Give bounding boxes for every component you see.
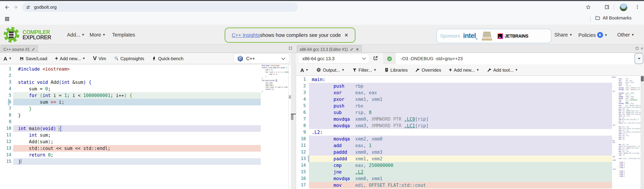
asm-minimap[interactable]: main: push rbp xor eax, eax pxor xmm1, x… (612, 76, 640, 189)
source-line-5[interactable]: 5 for (int i = 1; i < 1000000001; i++) { (0, 92, 262, 99)
source-line-4[interactable]: 4 sum = 0; (0, 86, 262, 92)
libraries-button[interactable]: Libraries (384, 67, 408, 73)
source-minimap[interactable]: #include <iostream>static void Add(int &… (262, 65, 288, 189)
asm-line-13[interactable]: 13 paddd xmm1, xmm2 (296, 155, 612, 162)
asm-line-4[interactable]: 4 pxor xmm1, xmm1 (296, 96, 612, 103)
compiler-select[interactable]: x86-64 gcc 13.3 (298, 54, 370, 64)
source-line-6[interactable]: 6 sum += i; (0, 99, 262, 105)
add-new-button[interactable]: +Add new...▼ (55, 55, 86, 62)
intel-logo[interactable]: intel® (463, 32, 477, 40)
pane-splitter[interactable] (291, 53, 296, 189)
panes-tab-row: C++ source #1 x86-64 gcc 13.3 (Editor #1… (0, 45, 644, 53)
overrides-button[interactable]: Overrides (416, 67, 441, 73)
asm-line-17[interactable]: 17 mov edi, OFFSET FLAT:std::cout (296, 182, 612, 188)
output-button[interactable]: Output...▼ (316, 67, 345, 73)
cppinsights-button[interactable]: CppInsights (114, 56, 144, 61)
asm-line-16[interactable]: 16 movdqa xmm0, xmm1 (296, 175, 612, 182)
all-bookmarks-button[interactable]: All Bookmarks (595, 15, 632, 21)
source-editor[interactable]: 1#include <iostream>23static void Add(in… (0, 64, 262, 189)
font-size-button[interactable]: A▼ (4, 56, 12, 61)
source-line-15[interactable]: 15} (0, 158, 262, 165)
asm-line-8[interactable]: 8 movdqa xmm3, XMMWORD PTR .LC1[rip] (296, 122, 612, 129)
compiler-explorer-logo[interactable]: COMPILER EXPLORER (3, 26, 53, 44)
line-number: 8 (0, 112, 13, 119)
source-line-8[interactable]: 8} (0, 112, 262, 119)
editor-scrollbar-thumb[interactable] (289, 95, 291, 99)
source-line-14[interactable]: 14 return 0; (0, 152, 262, 158)
avatar[interactable] (620, 4, 627, 11)
asm-scrollbar-thumb[interactable] (641, 76, 644, 81)
maximize-pane-icon[interactable] (635, 47, 639, 50)
site-settings-icon[interactable] (26, 5, 30, 10)
menu-more[interactable]: More▼ (90, 32, 106, 38)
source-line-13[interactable]: 13 std::cout << sum << std::endl; (0, 145, 262, 152)
quickbench-button[interactable]: Quick-bench (152, 56, 184, 61)
asm-line-12[interactable]: 12 paddd xmm0, xmm3 (296, 149, 612, 155)
options-dropdown-button[interactable] (635, 53, 643, 64)
back-icon[interactable] (4, 5, 10, 10)
close-pane-icon[interactable]: ✕ (640, 47, 644, 50)
line-number: 14 (296, 162, 307, 169)
line-number: 10 (296, 136, 307, 142)
menu-add[interactable]: Add...▼ (67, 32, 85, 38)
kebab-menu-icon[interactable] (635, 4, 640, 10)
open-compiler-site-icon[interactable] (373, 56, 378, 61)
wrench-icon (416, 68, 420, 72)
language-select[interactable]: C++ C++ (233, 54, 290, 64)
line-number: 1 (296, 76, 307, 83)
asm-line-15[interactable]: 15 jne .L2 (296, 169, 612, 175)
line-number: 15 (0, 158, 13, 165)
asm-add-new-button[interactable]: +Add new...▼ (449, 67, 479, 73)
source-line-2[interactable]: 2 (0, 72, 262, 79)
filter-button[interactable]: Filter...▼ (352, 67, 376, 73)
source-line-11[interactable]: 11 int sum; (0, 132, 262, 138)
rename-pencil-icon[interactable] (32, 48, 35, 51)
menu-other[interactable]: Other▼ (617, 32, 634, 38)
splitter-grip[interactable] (291, 114, 293, 120)
asm-line-6[interactable]: 6 sub rsp, 8 (296, 109, 612, 116)
cpp-insights-banner[interactable]: C++ Insights shows how compilers see you… (224, 28, 356, 43)
extensions-icon[interactable] (604, 4, 610, 10)
sponsors-box[interactable]: Sponsors intel® SolidSands JETBRAINS (436, 29, 551, 43)
asm-line-14[interactable]: 14 cmp eax, 250000000 (296, 162, 612, 169)
source-line-7[interactable]: 7 } (0, 105, 262, 112)
forward-icon[interactable] (13, 5, 18, 10)
save-load-button[interactable]: Save/Load (20, 56, 47, 61)
asm-line-1[interactable]: 1main: (296, 76, 612, 83)
asm-line-2[interactable]: 2 push rbp (296, 83, 612, 89)
bookmark-star-icon[interactable] (586, 5, 591, 10)
source-line-1[interactable]: 1#include <iostream> (0, 66, 262, 72)
maximize-pane-icon[interactable] (288, 46, 292, 50)
vim-toggle-button[interactable]: VVim (93, 55, 106, 62)
source-line-10[interactable]: 10int main(void) { (0, 125, 262, 132)
source-line-3[interactable]: 3static void Add(int &sum) { (0, 79, 262, 86)
banner-close-icon[interactable]: ✕ (344, 32, 348, 38)
asm-scrollbar-track[interactable] (640, 76, 644, 189)
asm-line-3[interactable]: 3 xor eax, eax (296, 89, 612, 96)
compiler-options-value: -O3 -DNDEBUG -std=gnu++23 (401, 56, 463, 61)
menu-policies[interactable]: Policies ▼ (578, 32, 608, 38)
solid-sands-logo[interactable]: SolidSands (480, 32, 494, 41)
rename-pencil-icon[interactable] (350, 48, 353, 51)
source-line-9[interactable]: 9 (0, 119, 262, 125)
jetbrains-logo-icon[interactable] (497, 33, 503, 39)
close-tab-icon[interactable]: ✕ (356, 47, 359, 52)
asm-line-7[interactable]: 7 movdqa xmm0, XMMWORD PTR .LC0[rip] (296, 116, 612, 122)
asm-editor[interactable]: 1main:2 push rbp3 xor eax, eax4 pxor xmm… (296, 76, 612, 189)
splitter-handle[interactable] (291, 114, 296, 114)
compiler-options-input[interactable]: -O3 -DNDEBUG -std=gnu++23 (396, 53, 634, 64)
menu-templates[interactable]: Templates (112, 32, 135, 38)
cpp-insights-link[interactable]: C++ Insights (232, 32, 260, 38)
asm-line-10[interactable]: 10 movdqa xmm2, xmm0 (296, 136, 612, 142)
asm-line-5[interactable]: 5 push rbx (296, 103, 612, 109)
add-tool-button[interactable]: Add tool...▼ (487, 67, 518, 73)
menu-share[interactable]: Share▼ (554, 32, 572, 38)
apps-grid-icon[interactable] (4, 16, 10, 22)
asm-font-size-button[interactable]: A▼ (300, 67, 309, 73)
source-line-12[interactable]: 12 Add(sum); (0, 138, 262, 145)
source-pane-tab[interactable]: C++ source #1 (1, 45, 38, 53)
address-bar[interactable]: godbolt.org (22, 3, 298, 12)
compiler-pane-tab[interactable]: x86-64 gcc 13.3 (Editor #1) ✕ (297, 45, 362, 53)
asm-line-11[interactable]: 11 add eax, 1 (296, 142, 612, 149)
asm-line-9[interactable]: 9.L2: (296, 129, 612, 136)
